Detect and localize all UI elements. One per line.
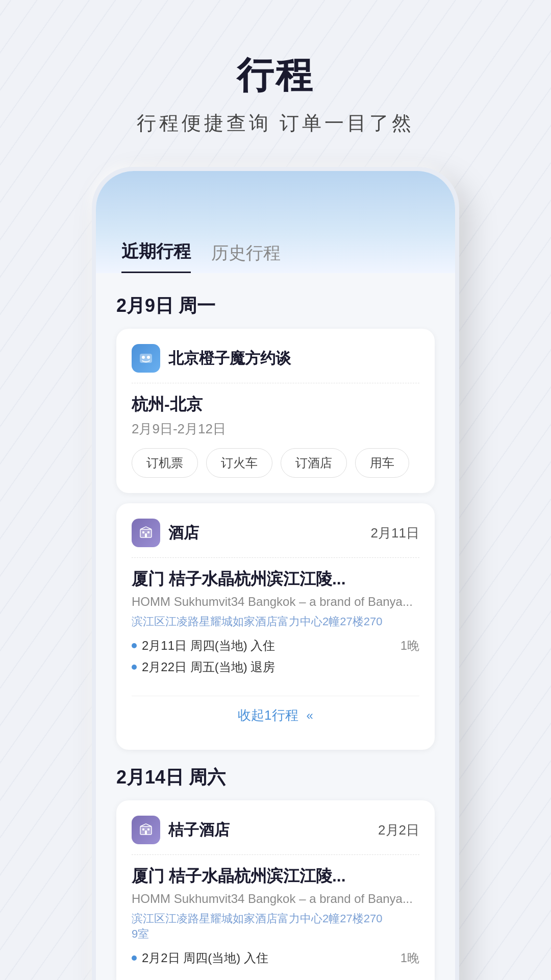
tab-recent[interactable]: 近期行程 <box>121 240 191 273</box>
hotel-name-1: 厦门 桔子水晶杭州滨江江陵... <box>132 568 419 591</box>
hotel-icon-1 <box>132 519 160 547</box>
btn-car[interactable]: 用车 <box>355 448 409 478</box>
svg-rect-9 <box>147 828 149 830</box>
btn-flight[interactable]: 订机票 <box>132 448 198 478</box>
svg-rect-5 <box>147 531 149 533</box>
hotel-label-1: 酒店 <box>168 523 199 544</box>
hotel-date-2: 2月2日 <box>378 821 419 839</box>
trip-header-row-1: 北京橙子魔方约谈 <box>132 344 419 383</box>
checkin-dot-2 <box>132 955 137 961</box>
hotel-header-row-1: 酒店 2月11日 <box>132 519 419 558</box>
hotel-date-1: 2月11日 <box>371 524 419 542</box>
hotel-card-1: 酒店 2月11日 厦门 桔子水晶杭州滨江江陵... HOMM Sukhumvit… <box>116 503 435 750</box>
action-buttons: 订机票 订火车 订酒店 用车 <box>132 448 419 478</box>
phone-inner: 近期行程 历史行程 2月9日 周一 <box>96 171 455 980</box>
svg-rect-4 <box>142 531 144 533</box>
checkin-text-2: 2月2日 周四(当地) 入住 <box>142 950 268 966</box>
hotel-name-2: 厦门 桔子水晶杭州滨江江陵... <box>132 865 419 888</box>
svg-point-2 <box>147 356 150 359</box>
hotel-header-row-2: 桔子酒店 2月2日 <box>132 816 419 855</box>
collapse-btn-1[interactable]: 收起1行程 « <box>132 696 419 734</box>
page-title: 行程 <box>237 51 314 100</box>
collapse-label: 收起1行程 <box>238 706 298 724</box>
route-title: 杭州-北京 <box>132 394 419 416</box>
page-content: 行程 行程便捷查询 订单一目了然 近期行程 历史行程 2月9日 周一 <box>0 0 551 980</box>
tab-history[interactable]: 历史行程 <box>211 241 281 273</box>
checkin-text-1: 2月11日 周四(当地) 入住 <box>142 638 275 654</box>
btn-hotel[interactable]: 订酒店 <box>281 448 347 478</box>
btn-train[interactable]: 订火车 <box>206 448 272 478</box>
section2-date: 2月14日 周六 <box>116 765 435 790</box>
svg-rect-6 <box>145 533 147 537</box>
svg-point-1 <box>142 356 145 359</box>
phone-mockup: 近期行程 历史行程 2月9日 周一 <box>92 167 459 980</box>
hotel-label-2: 桔子酒店 <box>168 820 230 841</box>
checkin-dot-1 <box>132 643 137 648</box>
checkout-row-1: 2月22日 周五(当地) 退房 <box>132 659 400 675</box>
hotel-card-2: 桔子酒店 2月2日 厦门 桔子水晶杭州滨江江陵... HOMM Sukhumvi… <box>116 800 435 980</box>
app-header: 近期行程 历史行程 <box>96 171 455 273</box>
nights-badge-2: 1晚 <box>400 950 419 966</box>
route-info: 杭州-北京 2月9日-2月12日 <box>132 394 419 438</box>
app-body: 2月9日 周一 北京橙子魔方约谈 <box>96 273 455 980</box>
hotel-subtitle-2: HOMM Sukhumvit34 Bangkok – a brand of Ba… <box>132 892 419 906</box>
nights-badge-1: 1晚 <box>400 638 419 654</box>
page-subtitle: 行程便捷查询 订单一目了然 <box>137 110 415 136</box>
checkin-row-2: 2月2日 周四(当地) 入住 <box>132 950 400 966</box>
hotel-icon-2 <box>132 816 160 844</box>
hotel-details-2: 厦门 桔子水晶杭州滨江江陵... HOMM Sukhumvit34 Bangko… <box>132 865 419 976</box>
section1-date: 2月9日 周一 <box>116 293 435 318</box>
trip-card-1: 北京橙子魔方约谈 杭州-北京 2月9日-2月12日 订机票 订火车 订酒店 用车 <box>116 329 435 493</box>
hotel-address-2: 滨江区江凌路星耀城如家酒店富力中心2幢27楼2709室 <box>132 911 419 942</box>
svg-rect-8 <box>142 828 144 830</box>
checkin-row-1: 2月11日 周四(当地) 入住 <box>132 638 400 654</box>
hotel-details-1: 厦门 桔子水晶杭州滨江江陵... HOMM Sukhumvit34 Bangko… <box>132 568 419 685</box>
section2: 2月14日 周六 <box>116 765 435 980</box>
checkout-text-1: 2月22日 周五(当地) 退房 <box>142 659 275 675</box>
route-dates: 2月9日-2月12日 <box>132 420 419 438</box>
hotel-subtitle-1: HOMM Sukhumvit34 Bangkok – a brand of Ba… <box>132 595 419 609</box>
svg-rect-10 <box>145 830 147 835</box>
checkout-dot-1 <box>132 665 137 670</box>
trip-name-1: 北京橙子魔方约谈 <box>168 348 291 369</box>
trip-icon-blue <box>132 344 160 373</box>
hotel-address-1: 滨江区江凌路星耀城如家酒店富力中心2幢27楼270 <box>132 614 419 629</box>
